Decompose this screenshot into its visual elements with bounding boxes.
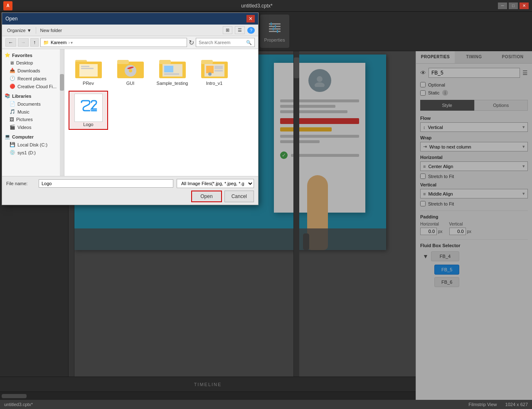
file-label-intro: Intro_v1 [206,81,223,86]
dialog-close-button[interactable]: ✕ [246,15,255,22]
organize-button[interactable]: Organize ▼ [5,27,33,34]
dialog-body: ⭐ Favorites 🖥 Desktop 📥 Downloads 🕐 Rece… [2,49,258,176]
cancel-button[interactable]: Cancel [224,191,254,202]
svg-rect-36 [81,66,89,67]
recent-icon: 🕐 [10,76,15,81]
file-item-logo[interactable]: Logo [69,91,108,130]
minimize-button[interactable]: ─ [498,2,507,9]
new-folder-button[interactable]: New folder [39,27,64,34]
app-title: untitled3.cptx* [16,3,498,9]
open-dialog: Open ✕ Organize ▼ New folder ⊞ ☰ ? ← → ↑… [2,12,259,205]
status-filename: untitled3.cptx* [4,402,33,407]
view-toggle-button1[interactable]: ⊞ [223,26,232,34]
breadcrumb-expand-button[interactable]: ▾ [71,40,73,45]
svg-rect-47 [164,73,179,75]
help-button[interactable]: ? [247,27,255,34]
downloads-label: Downloads [17,68,40,73]
breadcrumb-path: Kareem [51,40,67,45]
filename-label: File name: [6,181,35,186]
dialog-overlay: Open ✕ Organize ▼ New folder ⊞ ☰ ? ← → ↑… [0,12,532,400]
sys1-icon: 💿 [10,150,15,155]
dialog-up-button[interactable]: ↑ [30,38,39,47]
svg-rect-53 [214,70,223,72]
svg-rect-52 [214,66,223,69]
folder-icon-intro [200,56,229,81]
folder-icon-prev [74,56,103,81]
sidebar-scrollbar[interactable] [60,49,64,176]
status-resolution: 1024 x 627 [505,402,528,407]
music-icon: 🎵 [10,109,15,114]
file-item-sample[interactable]: Sample_testing [153,53,192,88]
close-button[interactable]: ✕ [520,2,529,9]
creative-cloud-icon: 🔴 [10,84,15,89]
favorites-label: Favorites [12,53,32,58]
logo-thumbnail [74,94,103,122]
file-item-prev[interactable]: PRev [69,53,108,88]
sidebar-item-downloads[interactable]: 📥 Downloads [2,67,64,74]
libraries-section: 📚 Libraries 📄 Documents 🎵 Music 🖼 Pictur… [2,92,64,131]
file-label-prev: PRev [83,81,94,86]
status-view: Filmstrip View [468,402,497,407]
svg-rect-37 [81,68,94,69]
computer-section: 💻 Computer 💾 Local Disk (C:) 💿 sys1 (D:) [2,133,64,156]
svg-point-41 [129,69,132,72]
file-item-gui[interactable]: GUI [111,53,150,88]
sidebar-item-videos[interactable]: 🎬 Videos [2,123,64,131]
sidebar-item-music[interactable]: 🎵 Music [2,108,64,116]
sys1-label: sys1 (D:) [17,150,36,155]
pictures-icon: 🖼 [10,117,14,122]
dialog-title: Open [5,16,17,22]
favorites-star-icon: ⭐ [5,52,10,58]
computer-icon: 💻 [5,134,10,139]
svg-rect-39 [117,60,129,64]
view-toggle-button2[interactable]: ☰ [235,26,245,34]
dialog-forward-button[interactable]: → [18,38,29,47]
dialog-footer: File name: All Image Files(*.jpg, *.jpeg… [2,176,258,205]
sidebar-item-pictures[interactable]: 🖼 Pictures [2,116,64,123]
computer-header: 💻 Computer [2,133,64,141]
breadcrumb: 📁 Kareem › ▾ [40,38,187,47]
sidebar-item-recent[interactable]: 🕐 Recent places [2,74,64,82]
folder-breadcrumb-icon: 📁 [43,40,49,45]
dialog-back-button[interactable]: ← [5,38,16,47]
music-label: Music [17,109,30,114]
svg-point-54 [208,72,212,76]
file-item-intro[interactable]: Intro_v1 [195,53,234,88]
sidebar-item-creative-cloud[interactable]: 🔴 Creative Cloud Fi... [2,82,64,90]
file-label-gui: GUI [126,81,135,86]
svg-rect-44 [159,60,171,64]
filetype-select[interactable]: All Image Files(*.jpg, *.jpeg, *.g [177,179,254,188]
local-disk-label: Local Disk (C:) [17,142,47,147]
app-icon: A [3,1,12,10]
libraries-label: Libraries [12,94,31,99]
svg-rect-46 [164,66,173,72]
documents-label: Documents [17,102,41,107]
dialog-sidebar: ⭐ Favorites 🖥 Desktop 📥 Downloads 🕐 Rece… [2,49,64,176]
videos-label: Videos [17,125,31,130]
open-button[interactable]: Open [191,191,222,202]
sidebar-item-local-disk[interactable]: 💾 Local Disk (C:) [2,141,64,149]
videos-icon: 🎬 [10,124,15,130]
folder-icon-gui [116,56,145,81]
computer-label: Computer [12,134,34,139]
pictures-label: Pictures [16,117,33,122]
local-disk-icon: 💾 [10,142,15,147]
libraries-icon: 📚 [5,93,10,99]
sidebar-item-documents[interactable]: 📄 Documents [2,100,64,108]
filename-input[interactable] [39,179,173,188]
maximize-button[interactable]: □ [509,2,518,9]
documents-icon: 📄 [10,101,15,107]
file-label-logo: Logo [83,122,93,127]
desktop-label: Desktop [16,60,33,65]
refresh-button[interactable]: ↻ [189,39,194,47]
file-label-sample: Sample_testing [157,81,188,86]
downloads-icon: 📥 [10,68,15,73]
favorites-header: ⭐ Favorites [2,51,64,59]
sidebar-item-desktop[interactable]: 🖥 Desktop [2,59,64,67]
search-input[interactable] [199,40,244,45]
creative-cloud-label: Creative Cloud Fi... [17,84,57,89]
desktop-icon: 🖥 [10,60,14,65]
svg-rect-51 [206,66,214,73]
dialog-nav-bar: ← → ↑ 📁 Kareem › ▾ ↻ 🔍 [2,36,258,49]
sidebar-item-sys1[interactable]: 💿 sys1 (D:) [2,149,64,156]
